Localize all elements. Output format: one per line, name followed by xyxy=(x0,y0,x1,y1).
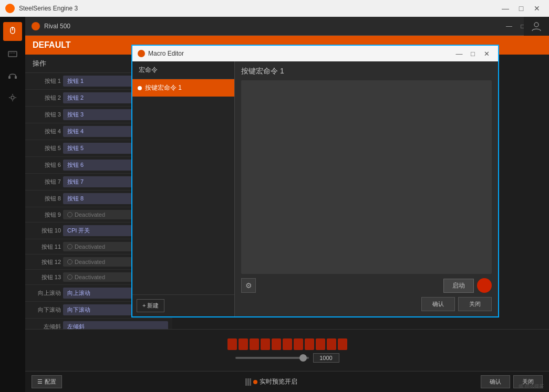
macro-gear-button[interactable]: ⚙ xyxy=(241,278,256,293)
macro-editor-panel: 按键宏命令 1 ⚙ 启动 确认 关闭 xyxy=(235,61,498,316)
macro-start-button[interactable]: 启动 xyxy=(443,279,474,293)
macro-close-button[interactable]: ✕ xyxy=(480,49,493,58)
macro-minimize-button[interactable]: — xyxy=(453,49,465,58)
macro-canvas xyxy=(241,80,492,274)
macro-list-item[interactable]: 按键宏命令 1 xyxy=(132,79,234,97)
macro-toolbar: ⚙ 启动 xyxy=(241,278,492,293)
macro-cancel-button[interactable]: 关闭 xyxy=(458,297,492,311)
macro-maximize-button[interactable]: □ xyxy=(467,49,479,58)
macro-save-button[interactable]: 确认 xyxy=(421,297,455,311)
macro-list-header: 宏命令 xyxy=(132,61,234,79)
macro-title-bar: Macro Editor — □ ✕ xyxy=(132,46,498,61)
macro-logo-icon xyxy=(138,50,145,57)
macro-add-button[interactable]: + 新建 xyxy=(137,299,164,312)
macro-editor-title: 按键宏命令 1 xyxy=(241,67,492,76)
macro-record-button[interactable] xyxy=(477,278,492,293)
macro-editor-dialog: Macro Editor — □ ✕ 宏命令 按键宏命令 1 + 新建 按键宏命… xyxy=(131,45,499,317)
macro-item-label: 按键宏命令 1 xyxy=(145,83,182,92)
macro-list-items: 按键宏命令 1 xyxy=(132,79,234,294)
macro-title-text: Macro Editor xyxy=(148,50,184,57)
macro-list-footer: + 新建 xyxy=(132,294,234,316)
modal-overlay: Macro Editor — □ ✕ 宏命令 按键宏命令 1 + 新建 按键宏命… xyxy=(0,0,549,392)
macro-title-controls: — □ ✕ xyxy=(453,49,493,58)
macro-body: 宏命令 按键宏命令 1 + 新建 按键宏命令 1 ⚙ 启动 确 xyxy=(132,61,498,316)
macro-footer-buttons: 确认 关闭 xyxy=(241,297,492,311)
macro-item-dot-icon xyxy=(138,86,142,90)
macro-title-left: Macro Editor xyxy=(138,50,184,57)
macro-start-area: 启动 xyxy=(443,278,492,293)
macro-list-panel: 宏命令 按键宏命令 1 + 新建 xyxy=(132,61,235,316)
